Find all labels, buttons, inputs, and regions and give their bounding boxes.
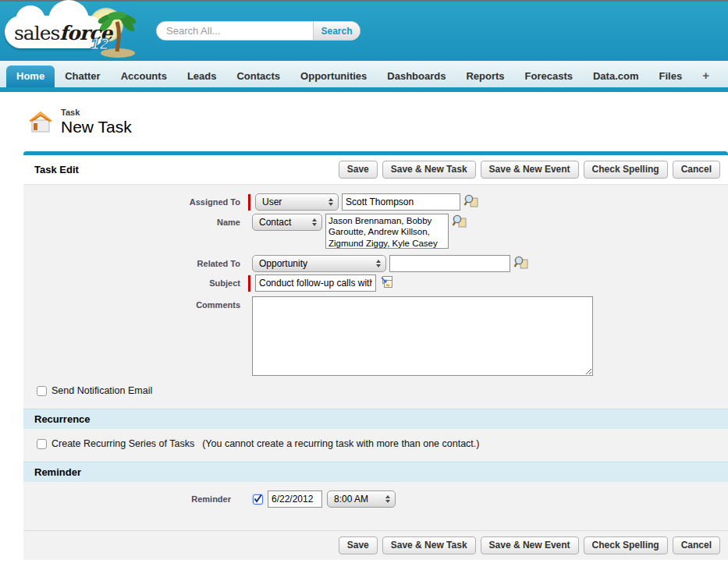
name-label: Name [23,214,248,227]
global-search: Search [156,21,360,41]
tab-accounts[interactable]: Accounts [111,66,177,87]
comments-textarea[interactable] [252,296,593,376]
comments-label: Comments [23,296,248,310]
tab-opportunities[interactable]: Opportunities [290,66,377,87]
subject-combobox-icon[interactable] [379,275,393,291]
panel-title: Task Edit [34,164,79,175]
assigned-to-label: Assigned To [23,193,248,207]
send-notification-row: Send Notification Email [37,385,728,396]
save-and-new-task-button[interactable]: Save & New Task [382,161,476,179]
name-lookup-icon[interactable] [452,214,467,230]
tab-add-plus[interactable]: + [692,64,719,87]
reminder-row: Reminder 8:00 AM [23,490,728,508]
required-marker [248,275,250,292]
save-and-new-event-button-bottom[interactable]: Save & New Event [481,536,579,554]
assigned-to-type-value: User [262,197,282,207]
tab-chatter[interactable]: Chatter [55,66,111,87]
recurring-series-label: Create Recurring Series of Tasks [51,438,194,449]
bottom-button-row: Save Save & New Task Save & New Event Ch… [23,530,728,560]
task-edit-body: Assigned To User Name [23,185,728,530]
subject-input[interactable] [255,274,376,292]
reminder-section-header: Reminder [23,462,728,482]
recurrence-section-header: Recurrence [23,409,728,429]
assigned-to-lookup-icon[interactable] [463,194,478,210]
subject-row: Subject [23,274,728,292]
select-stepper-icon [379,495,390,503]
comments-row: Comments [23,296,728,376]
reminder-date-input[interactable] [268,490,322,508]
send-notification-checkbox[interactable] [37,386,47,396]
search-button[interactable]: Search [313,22,360,40]
save-button[interactable]: Save [339,161,378,179]
tab-files[interactable]: Files [649,66,693,87]
save-and-new-event-button[interactable]: Save & New Event [481,161,579,179]
name-row: Name Contact Jason Brennaman, Bobby Garo… [23,214,728,249]
reminder-label: Reminder [23,490,239,504]
main-nav-tabbar: Home Chatter Accounts Leads Contacts Opp… [0,61,728,87]
select-stepper-icon [322,198,333,206]
tab-contacts[interactable]: Contacts [226,66,290,87]
reminder-checkbox[interactable] [253,494,263,505]
tab-forecasts[interactable]: Forecasts [515,66,583,87]
subject-label: Subject [23,274,248,288]
tab-reports[interactable]: Reports [456,66,514,87]
name-value-box[interactable]: Jason Brennaman, Bobby Garoutte, Andrew … [325,214,449,249]
task-edit-panel: Task Edit Save Save & New Task Save & Ne… [23,151,728,560]
reminder-time-value: 8:00 AM [334,494,368,505]
check-spelling-button-bottom[interactable]: Check Spelling [584,536,668,554]
page-header: Task New Task [0,92,728,151]
related-to-input[interactable] [389,255,510,272]
app-header: salesforce 12 Search [0,2,728,61]
related-to-type-value: Opportunity [259,258,307,269]
check-spelling-button[interactable]: Check Spelling [584,161,668,179]
assigned-to-type-select[interactable]: User [255,193,339,211]
search-input[interactable] [157,22,313,40]
save-and-new-task-button-bottom[interactable]: Save & New Task [382,536,476,554]
recurrence-row: Create Recurring Series of Tasks (You ca… [37,438,728,449]
tab-leads[interactable]: Leads [177,66,227,87]
select-stepper-icon [370,260,381,267]
tab-datacom[interactable]: Data.com [583,66,649,87]
version-badge: 12 [91,34,108,53]
assigned-to-row: Assigned To User [23,193,728,211]
select-stepper-icon [306,218,317,226]
related-to-lookup-icon[interactable] [513,256,528,271]
related-to-row: Related To Opportunity [23,255,728,272]
task-home-icon [28,111,53,137]
recurrence-note: (You cannot create a recurring task with… [202,438,479,449]
required-marker [248,194,250,211]
entity-kind-label: Task [61,108,132,117]
cancel-button[interactable]: Cancel [673,161,720,179]
page-title: New Task [61,118,132,136]
salesforce-logo: salesforce 12 [3,5,151,61]
save-button-bottom[interactable]: Save [339,536,378,554]
reminder-time-select[interactable]: 8:00 AM [327,490,396,508]
assigned-to-input[interactable] [342,193,460,211]
send-notification-label: Send Notification Email [51,385,152,396]
cancel-button-bottom[interactable]: Cancel [673,536,720,554]
tab-home[interactable]: Home [6,66,55,87]
related-to-type-select[interactable]: Opportunity [252,255,386,272]
task-edit-header: Task Edit Save Save & New Task Save & Ne… [23,155,728,185]
name-type-value: Contact [259,217,291,228]
top-button-row: Save Save & New Task Save & New Event Ch… [339,161,720,179]
name-type-select[interactable]: Contact [252,214,322,231]
related-to-label: Related To [23,255,248,268]
recurring-series-checkbox[interactable] [37,439,47,449]
tab-dashboards[interactable]: Dashboards [377,66,456,87]
